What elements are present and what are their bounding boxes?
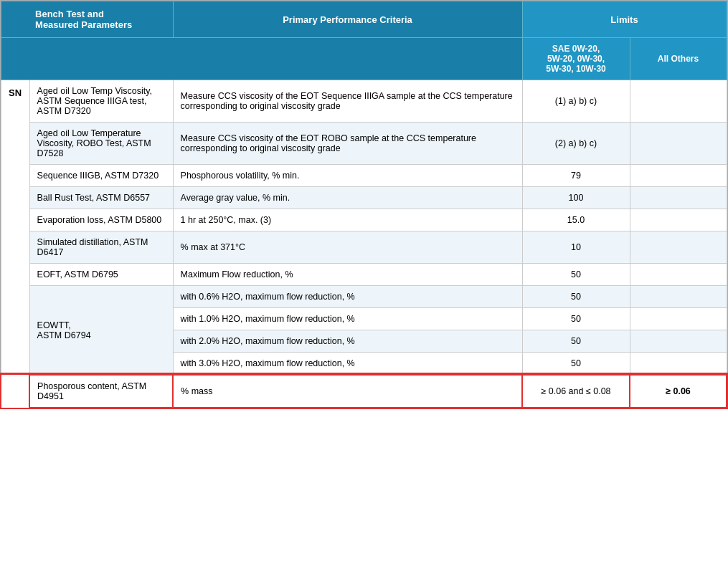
others-limit-cell: ≥ 0.06 [630, 375, 727, 408]
bench-cell: Aged oil Low Temperature Viscosity, ROBO… [29, 123, 173, 165]
sae-limit-cell: (1) a) b) c) [522, 80, 630, 123]
others-limit-cell [630, 353, 727, 376]
bench-cell-eowtt: EOWTT,ASTM D6794 [29, 286, 173, 376]
primary-cell: Phosphorous volatility, % min. [173, 165, 522, 187]
sae-limit-cell: ≥ 0.06 and ≤ 0.08 [522, 375, 630, 408]
sae-limit-cell: 50 [522, 264, 630, 286]
sae-limit-cell: 79 [522, 165, 630, 187]
primary-cell: Measure CCS viscosity of the EOT Sequenc… [173, 80, 522, 123]
bench-cell: Evaporation loss, ASTM D5800 [29, 209, 173, 231]
header-others: All Others [630, 38, 727, 80]
others-limit-cell [630, 264, 727, 286]
bench-cell: Simulated distillation, ASTM D6417 [29, 231, 173, 264]
bench-cell: Sequence IIIGB, ASTM D7320 [29, 165, 173, 187]
sae-limit-cell: 10 [522, 231, 630, 264]
others-limit-cell [630, 80, 727, 123]
bench-cell: Ball Rust Test, ASTM D6557 [29, 187, 173, 209]
others-limit-cell [630, 330, 727, 353]
sae-limit-cell: 50 [522, 330, 630, 353]
sn-cell: SN [1, 80, 30, 408]
header-bench: Bench Test andMeasured Parameters [29, 1, 173, 38]
table-row: SNAged oil Low Temp Viscosity, ASTM Sequ… [1, 80, 727, 123]
primary-cell: Maximum Flow reduction, % [173, 264, 522, 286]
primary-cell: Measure CCS viscosity of the EOT ROBO sa… [173, 123, 522, 165]
primary-cell: with 3.0% H2O, maximum flow reduction, % [173, 353, 522, 376]
primary-cell: with 1.0% H2O, maximum flow reduction, % [173, 308, 522, 330]
sae-limit-cell: 100 [522, 187, 630, 209]
primary-cell: % mass [173, 375, 522, 408]
table-row: Simulated distillation, ASTM D6417% max … [1, 231, 727, 264]
table-body: SNAged oil Low Temp Viscosity, ASTM Sequ… [1, 80, 727, 408]
others-limit-cell [630, 286, 727, 308]
header-limits: Limits [522, 1, 727, 38]
data-table: Bench Test andMeasured Parameters Primar… [1, 1, 727, 408]
table-row: EOWTT,ASTM D6794with 0.6% H2O, maximum f… [1, 286, 727, 308]
header-sub-spacer [1, 38, 523, 80]
bench-cell: Aged oil Low Temp Viscosity, ASTM Sequen… [29, 80, 173, 123]
sae-limit-cell: 50 [522, 286, 630, 308]
table-row: Ball Rust Test, ASTM D6557Average gray v… [1, 187, 727, 209]
others-limit-cell [630, 231, 727, 264]
header-primary: Primary Performance Criteria [173, 1, 522, 38]
table-row: EOFT, ASTM D6795Maximum Flow reduction, … [1, 264, 727, 286]
header-sae: SAE 0W-20,5W-20, 0W-30,5W-30, 10W-30 [522, 38, 630, 80]
bench-cell: EOFT, ASTM D6795 [29, 264, 173, 286]
others-limit-cell [630, 187, 727, 209]
primary-cell: with 0.6% H2O, maximum flow reduction, % [173, 286, 522, 308]
table-row: Sequence IIIGB, ASTM D7320Phosphorous vo… [1, 165, 727, 187]
others-limit-cell [630, 165, 727, 187]
table-row: Aged oil Low Temperature Viscosity, ROBO… [1, 123, 727, 165]
sae-limit-cell: 15.0 [522, 209, 630, 231]
sae-limit-cell: (2) a) b) c) [522, 123, 630, 165]
primary-cell: Average gray value, % min. [173, 187, 522, 209]
table-row: Phosporous content, ASTM D4951% mass≥ 0.… [1, 375, 727, 408]
table-row: Evaporation loss, ASTM D58001 hr at 250°… [1, 209, 727, 231]
primary-cell: 1 hr at 250°C, max. (3) [173, 209, 522, 231]
header-row-2: SAE 0W-20,5W-20, 0W-30,5W-30, 10W-30 All… [1, 38, 727, 80]
main-table-wrapper: Bench Test andMeasured Parameters Primar… [0, 0, 728, 409]
sae-limit-cell: 50 [522, 353, 630, 376]
primary-cell: with 2.0% H2O, maximum flow reduction, % [173, 330, 522, 353]
sae-limit-cell: 50 [522, 308, 630, 330]
others-limit-cell [630, 209, 727, 231]
primary-cell: % max at 371°C [173, 231, 522, 264]
header-sn-spacer [1, 1, 30, 38]
bench-cell: Phosporous content, ASTM D4951 [29, 375, 173, 408]
others-limit-cell [630, 123, 727, 165]
others-limit-cell [630, 308, 727, 330]
header-row-1: Bench Test andMeasured Parameters Primar… [1, 1, 727, 38]
